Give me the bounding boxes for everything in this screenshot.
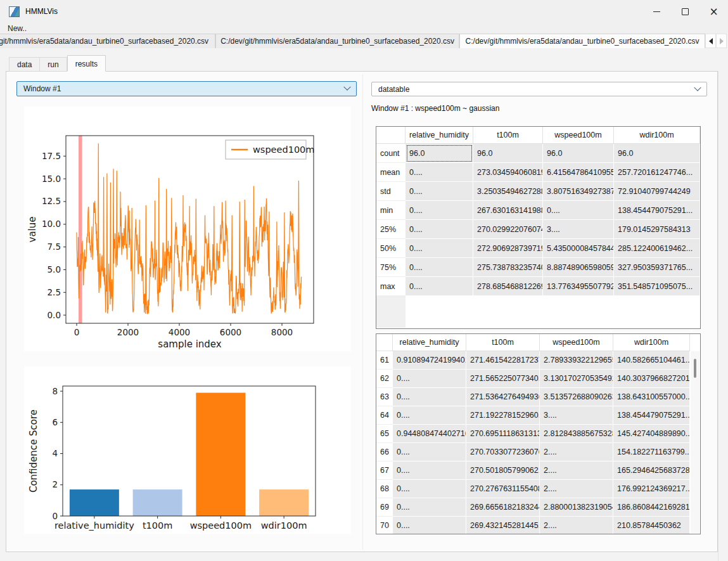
column-header[interactable]: relative_humidity [406,127,473,144]
data-cell[interactable]: 0.... [406,277,473,296]
data-cell[interactable]: 96.0 [543,144,614,163]
data-cell[interactable]: 2.... [540,517,613,534]
data-cell[interactable]: 0.... [393,406,466,425]
data-cell[interactable]: 138.454479075291... [614,201,700,220]
data-cell[interactable]: 2.812843885675328 [540,425,613,443]
column-header[interactable]: wdir100m [614,127,700,144]
data-cell[interactable]: 285.122400619462... [614,239,700,258]
data-cell[interactable]: 165.2946425683728 [613,461,690,480]
data-cell[interactable]: 0.... [393,480,466,498]
data-cell[interactable]: 273.0345940608191 [473,163,543,182]
row-header[interactable]: count [376,144,406,163]
column-header[interactable]: t100m [473,127,543,144]
row-header[interactable]: 63 [376,388,393,406]
data-cell[interactable]: 0.... [393,443,466,461]
data-cell[interactable]: 271.192278152960... [466,406,540,425]
data-cell[interactable]: 0.... [543,201,614,220]
row-header[interactable]: 66 [376,443,393,461]
data-cell[interactable]: 5.435000084578446 [543,239,614,258]
row-header[interactable]: 50% [376,239,406,258]
tab-scroll-left-button[interactable] [705,34,716,48]
data-cell[interactable]: 2.880001382319054 [540,498,613,517]
data-cell[interactable]: 3.80751634927387 [543,182,614,201]
data-cell[interactable]: 140.582665104461... [613,351,690,370]
row-header[interactable]: 68 [376,480,393,498]
table-scrollbar[interactable] [691,351,699,533]
data-cell[interactable]: 3.513572688090263 [540,388,613,406]
data-cell[interactable]: 270.6951118631313 [466,425,540,443]
scrollbar-thumb[interactable] [694,359,696,378]
data-cell[interactable]: 0.... [406,163,473,182]
data-cell[interactable]: 145.427404889890... [613,425,690,443]
minimize-button[interactable] [642,0,671,23]
data-cell[interactable]: 270.029922076074... [473,220,543,239]
data-cell[interactable]: 96.0 [473,144,543,163]
data-cell[interactable]: 186.8608442169281 [613,498,690,517]
file-tab-1[interactable]: /git/hmmlvis/era5data/andau_turbine0_sur… [0,34,215,48]
file-tab-2[interactable]: C:/dev/git/hmmlvis/era5data/andau_turbin… [215,34,459,48]
data-cell[interactable]: 351.548571095075... [614,277,700,296]
data-cell[interactable]: 138.454479075291... [613,406,690,425]
column-header[interactable]: wdir100m [613,334,690,351]
data-cell[interactable]: 2.... [540,480,613,498]
data-cell[interactable]: 0.... [393,388,466,406]
data-cell[interactable]: 327.950359371765... [614,258,700,277]
column-header[interactable]: wspeed100m [540,334,613,351]
row-header[interactable]: min [376,201,406,220]
data-cell[interactable]: 138.643100557000... [613,388,690,406]
data-cell[interactable]: 3.130170270535492 [540,370,613,388]
data-cell[interactable]: 270.7033077236076 [466,443,540,461]
window-select[interactable]: Window #1 [16,81,357,96]
data-cell[interactable]: 0.910894724199401 [393,351,466,370]
row-header[interactable]: 62 [376,370,393,388]
column-header[interactable]: wspeed100m [543,127,614,144]
file-tab-3-active[interactable]: C:/dev/git/hmmlvis/era5data/andau_turbin… [459,34,705,48]
data-cell[interactable]: 271.5364276494936 [466,388,540,406]
data-cell[interactable]: 3.... [543,220,614,239]
data-cell[interactable]: 0.944808474402716 [393,425,466,443]
data-cell[interactable]: 6.415647864109558 [543,163,614,182]
tab-data[interactable]: data [9,57,40,72]
data-cell[interactable]: 0.... [406,182,473,201]
data-cell[interactable]: 0.... [406,258,473,277]
column-header[interactable]: relative_humidity [393,334,466,351]
data-cell[interactable]: 267.6301631419884 [473,201,543,220]
row-header[interactable]: std [376,182,406,201]
data-cell[interactable]: 271.565225077340... [466,370,540,388]
data-cell[interactable]: 269.6656182183244 [466,498,540,517]
row-header[interactable]: 65 [376,425,393,443]
data-cell[interactable]: 272.906928739719 [473,239,543,258]
data-cell[interactable]: 96.0 [406,144,473,163]
data-cell[interactable]: 3.... [540,406,613,425]
data-cell[interactable]: 257.720161247746... [614,163,700,182]
data-cell[interactable]: 0.... [406,201,473,220]
tab-run[interactable]: run [40,57,67,72]
column-header[interactable]: t100m [466,334,540,351]
data-cell[interactable]: 0.... [393,461,466,480]
close-button[interactable]: × [699,0,728,23]
data-cell[interactable]: 270.501805799062... [466,461,540,480]
data-cell[interactable]: 3.250354946272888 [473,182,543,201]
tab-scroll-right-button[interactable] [716,34,727,48]
row-header[interactable]: 69 [376,498,393,517]
data-cell[interactable]: 0.... [393,370,466,388]
row-header[interactable]: 75% [376,258,406,277]
menu-item-new[interactable]: New.. [5,23,29,34]
row-header[interactable]: mean [376,163,406,182]
data-cell[interactable]: 0.... [393,498,466,517]
data-cell[interactable]: 0.... [406,220,473,239]
data-cell[interactable]: 2.... [540,443,613,461]
data-cell[interactable]: 179.0145297584313 [614,220,700,239]
data-cell[interactable]: 8.887489065980594 [543,258,614,277]
row-header[interactable]: 67 [376,461,393,480]
row-header[interactable]: max [376,277,406,296]
data-cell[interactable]: 154.182271163799... [613,443,690,461]
row-header[interactable]: 70 [376,517,393,534]
data-cell[interactable]: 13.7763495507792... [543,277,614,296]
tab-results[interactable]: results [67,55,106,72]
data-cell[interactable]: 0.... [393,517,466,534]
data-cell[interactable]: 96.0 [614,144,700,163]
view-select[interactable]: datatable [371,82,707,96]
data-cell[interactable]: 210.85784450362 [613,517,690,534]
data-cell[interactable]: 270.2767631155408 [466,480,540,498]
